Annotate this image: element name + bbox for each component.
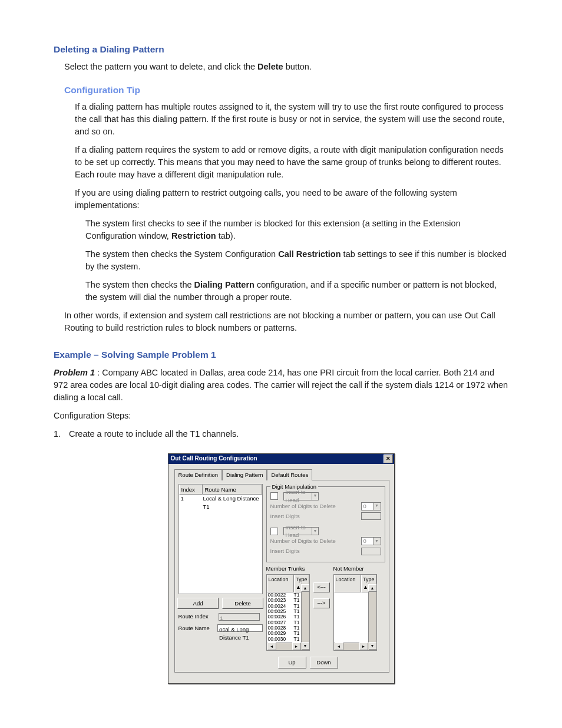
- add-button[interactable]: Add: [177, 598, 219, 610]
- member-hscroll[interactable]: ◄ ►: [267, 643, 302, 650]
- tip-bullet-3: The system then checks the Dialing Patte…: [85, 279, 508, 304]
- group-caption: Digit Manipulation: [270, 483, 319, 491]
- scroll-left-icon[interactable]: ◄: [335, 643, 343, 650]
- step-1-number: 1.: [54, 428, 67, 440]
- insert-head-select-2[interactable]: Insert to Head▼: [283, 527, 319, 535]
- dialog-tabs: Route Definition Dialing Pattern Default…: [174, 469, 389, 480]
- member-trunks-list[interactable]: Location Type ▲ 00:0022T100:0023T100:002…: [266, 574, 310, 651]
- out-call-routing-dialog: Out Call Routing Configuration ✕ Route D…: [168, 453, 395, 684]
- tab-default-routes[interactable]: Default Routes: [267, 469, 312, 480]
- b1b: Restriction: [171, 231, 216, 241]
- route-row[interactable]: 1 Local & Long Distance T1: [179, 495, 262, 511]
- notmember-hscroll[interactable]: ◄ ►: [334, 643, 369, 650]
- b3b: Dialing Pattern: [194, 280, 254, 289]
- example-body: Problem 1 : Company ABC located in Dalla…: [54, 367, 508, 404]
- tip-para-2: If a dialing pattern requires the system…: [75, 144, 508, 181]
- scroll-down-icon[interactable]: ▼: [368, 642, 377, 650]
- tip-para-1: If a dialing pattern has multiple routes…: [75, 101, 508, 138]
- label-num-delete-1: Number of Digits to Delete: [270, 502, 358, 510]
- checkbox-insert-head-2[interactable]: [270, 528, 278, 535]
- label-not-member: Not Member: [333, 565, 377, 573]
- tip-bullet-1: The system first checks to see if the nu…: [85, 218, 508, 242]
- label-route-index: Route Index: [178, 612, 215, 621]
- label-insert-digits-2: Insert Digits: [270, 547, 358, 555]
- delete-button-ref: Delete: [257, 62, 283, 71]
- chevron-down-icon: ▼: [312, 493, 318, 500]
- intro-text-a: Select the pattern you want to delete, a…: [64, 62, 257, 71]
- insert-head-select-1[interactable]: Insert to Head▼: [283, 492, 319, 500]
- close-icon[interactable]: ✕: [384, 454, 393, 463]
- tip-bullet-2: The system then checks the System Config…: [85, 248, 508, 273]
- label-route-name: Route Name: [178, 624, 214, 633]
- scroll-right-icon[interactable]: ►: [292, 643, 301, 650]
- tip-para-4: In other words, if extension and system …: [64, 309, 508, 334]
- heading-example: Example – Solving Sample Problem 1: [54, 348, 508, 361]
- checkbox-insert-head-1[interactable]: [270, 492, 278, 500]
- route-row-name: Local & Long Distance T1: [201, 495, 262, 511]
- tab-dialing-pattern[interactable]: Dialing Pattern: [222, 469, 267, 480]
- label-num-delete-2: Number of Digits to Delete: [270, 537, 358, 545]
- b1a: The system first checks to see if the nu…: [85, 219, 461, 241]
- route-index-field: 1: [219, 613, 260, 621]
- problem-text: : Company ABC located in Dallas, area co…: [54, 368, 508, 402]
- scroll-right-icon[interactable]: ►: [359, 643, 368, 650]
- tip-para-3: If you are using dialing pattern to rest…: [75, 187, 508, 212]
- config-steps-label: Configuration Steps:: [54, 410, 508, 422]
- notmember-vscroll[interactable]: ▲ ▼: [368, 584, 376, 650]
- delete-button[interactable]: Delete: [222, 598, 263, 610]
- route-list[interactable]: Index Route Name 1 Local & Long Distance…: [178, 484, 263, 594]
- step-1: 1. Create a route to include all the T1 …: [54, 428, 508, 440]
- num-delete-select-2[interactable]: 0▼: [361, 537, 381, 545]
- step-1-text: Create a route to include all the T1 cha…: [69, 429, 239, 439]
- label-insert-digits-1: Insert Digits: [270, 512, 358, 521]
- move-right-button[interactable]: --->: [313, 598, 330, 608]
- route-name-field[interactable]: ocal & Long Distance T1: [217, 624, 262, 632]
- digit-manipulation-group: Digit Manipulation Insert to Head▼ Numbe…: [266, 486, 385, 563]
- scroll-up-icon[interactable]: ▲: [301, 584, 310, 592]
- insert-digits-field-2: [361, 548, 381, 555]
- chevron-down-icon: ▼: [373, 538, 381, 545]
- scroll-down-icon[interactable]: ▼: [301, 642, 310, 650]
- member-vscroll[interactable]: ▲ ▼: [301, 584, 309, 650]
- heading-config-tip: Configuration Tip: [64, 84, 508, 97]
- up-button[interactable]: Up: [278, 657, 306, 668]
- b3a: The system then checks the: [85, 280, 194, 289]
- tab-route-definition[interactable]: Route Definition: [174, 469, 223, 480]
- dialog-titlebar: Out Call Routing Configuration ✕: [168, 454, 394, 464]
- scroll-left-icon[interactable]: ◄: [267, 643, 276, 650]
- tab-panel: Index Route Name 1 Local & Long Distance…: [174, 480, 389, 673]
- b1c: tab).: [219, 231, 236, 241]
- intro-paragraph: Select the pattern you want to delete, a…: [64, 61, 508, 73]
- col-route-name: Route Name: [203, 485, 262, 495]
- dialog-title: Out Call Routing Configuration: [171, 454, 257, 463]
- b2b: Call Restriction: [278, 249, 340, 259]
- insert-digits-field-1: [361, 512, 381, 520]
- down-button[interactable]: Down: [310, 657, 338, 668]
- route-row-index: 1: [179, 495, 201, 511]
- num-delete-select-1[interactable]: 0▼: [361, 502, 381, 510]
- heading-deleting-pattern: Deleting a Dialing Pattern: [54, 43, 508, 56]
- scroll-up-icon[interactable]: ▲: [368, 584, 377, 592]
- label-member-trunks: Member Trunks: [266, 565, 310, 573]
- b2a: The system then checks the System Config…: [85, 249, 278, 259]
- chevron-down-icon: ▼: [312, 528, 318, 535]
- col-index: Index: [179, 485, 203, 495]
- move-left-button[interactable]: <---: [313, 582, 330, 592]
- chevron-down-icon: ▼: [373, 503, 381, 510]
- col-location-n: Location: [334, 575, 361, 592]
- intro-text-b: button.: [286, 62, 312, 71]
- col-location-m: Location: [267, 575, 294, 592]
- problem-label: Problem 1: [54, 368, 95, 377]
- not-member-list[interactable]: Location Type ▲ ▲ ▼ ◄ ►: [333, 574, 377, 651]
